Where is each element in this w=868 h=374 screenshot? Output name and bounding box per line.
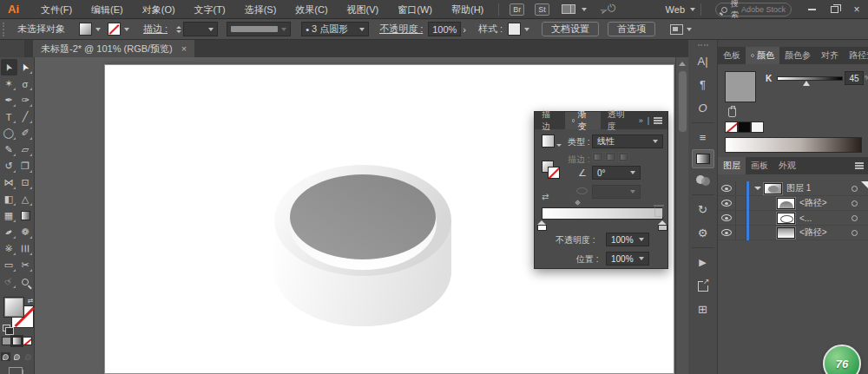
k-value-input[interactable]: 45 xyxy=(845,71,864,85)
workspace-switcher[interactable]: Web xyxy=(666,4,685,15)
tab-transparency[interactable]: 透明度 xyxy=(601,112,639,129)
tab-layers[interactable]: 图层 xyxy=(718,157,746,174)
vertical-scrollbar[interactable] xyxy=(675,57,688,374)
path-row[interactable]: <路径> xyxy=(718,196,868,211)
default-fill-stroke-icon[interactable] xyxy=(3,325,10,331)
stroke-link[interactable]: 描边 : xyxy=(143,23,168,36)
restore-button[interactable] xyxy=(823,0,845,19)
width-tool[interactable]: ⋈ xyxy=(1,174,17,191)
workspace-layout-icon[interactable] xyxy=(562,4,575,14)
gradient-tool[interactable] xyxy=(17,207,34,224)
screen-mode-button[interactable] xyxy=(11,370,23,374)
target-circle-icon[interactable] xyxy=(852,215,858,221)
paintbrush-tool[interactable]: ✐ xyxy=(17,125,34,141)
tab-swatches[interactable]: 色板 xyxy=(718,47,746,64)
color-button[interactable] xyxy=(2,337,11,345)
tab-color-guide[interactable]: 颜色参 xyxy=(779,47,816,64)
stroke-panel-icon[interactable]: ≡ xyxy=(692,126,714,149)
gradient-stop-end[interactable] xyxy=(658,220,667,231)
line-segment-tool[interactable]: ╱ xyxy=(17,108,34,125)
chevron-down-icon[interactable] xyxy=(124,28,129,31)
stop-opacity-select[interactable]: 100% xyxy=(606,233,649,246)
angle-select[interactable]: 0° xyxy=(592,166,641,180)
path-name[interactable]: <路径> xyxy=(799,197,827,209)
gradient-panel[interactable]: 描边 渐变 透明度 » | 类型 : 线性 描边 : xyxy=(534,111,668,269)
expand-arrow-icon[interactable] xyxy=(754,187,761,190)
layer-name[interactable]: 图层 1 xyxy=(786,182,811,194)
layer-row[interactable]: 图层 1 xyxy=(718,181,868,196)
scroll-up-icon[interactable] xyxy=(679,62,686,66)
lock-toggle[interactable] xyxy=(736,196,746,211)
drag-handle[interactable] xyxy=(698,44,708,46)
magic-wand-tool[interactable]: ✶ xyxy=(1,75,17,92)
tab-align[interactable]: 对齐 xyxy=(816,47,844,64)
chevron-down-icon[interactable] xyxy=(690,8,695,11)
panel-menu-icon[interactable] xyxy=(654,120,662,121)
scrollbar-thumb[interactable] xyxy=(679,71,687,132)
search-input[interactable]: 搜索 Adobe Stock xyxy=(715,3,792,16)
stroke-swatch[interactable] xyxy=(108,23,121,36)
chevron-down-icon[interactable] xyxy=(582,8,587,11)
tab-pathfinder[interactable]: 路径查 xyxy=(844,47,868,64)
pen-tool[interactable]: ✒ xyxy=(1,92,17,108)
fill-stroke-control[interactable]: ⇄ xyxy=(3,297,32,331)
minimize-button[interactable] xyxy=(800,0,823,19)
zoom-tool[interactable] xyxy=(17,273,34,290)
menu-object[interactable]: 对象(O) xyxy=(133,0,185,19)
menu-edit[interactable]: 编辑(E) xyxy=(82,0,133,19)
lock-toggle[interactable] xyxy=(736,226,746,240)
reverse-gradient-icon[interactable]: ⇄ xyxy=(542,192,549,201)
bridge-icon[interactable]: Br xyxy=(510,3,524,16)
menu-type[interactable]: 文字(T) xyxy=(185,0,235,19)
opacity-more-button[interactable]: › xyxy=(463,24,466,35)
current-color-swatch[interactable] xyxy=(725,71,756,102)
tab-artboards[interactable]: 画板 xyxy=(746,157,773,174)
visibility-toggle[interactable] xyxy=(718,181,736,196)
drag-handle[interactable] xyxy=(3,23,7,36)
path-row[interactable]: <路径> xyxy=(718,226,868,240)
visibility-toggle[interactable] xyxy=(718,211,736,226)
graphic-styles-panel-icon[interactable]: ⚙ xyxy=(692,221,714,245)
mini-fill-stroke[interactable] xyxy=(542,161,562,181)
rotate-tool[interactable]: ↺ xyxy=(1,158,17,174)
tab-stroke[interactable]: 描边 xyxy=(535,112,565,129)
gradient-slider[interactable] xyxy=(542,207,663,220)
gradient-type-select[interactable]: 线性 xyxy=(592,135,663,148)
perspective-grid-tool[interactable]: △ xyxy=(17,191,34,207)
arrange-icon[interactable] xyxy=(670,24,683,35)
stock-icon[interactable]: St xyxy=(535,3,549,16)
visibility-toggle[interactable] xyxy=(718,226,736,240)
opacity-input[interactable]: 100% xyxy=(428,22,461,36)
stroke-weight-select[interactable] xyxy=(183,22,218,36)
scale-tool[interactable]: ❐ xyxy=(17,158,34,174)
mini-stroke-none[interactable] xyxy=(548,167,560,179)
eraser-tool[interactable]: ▱ xyxy=(17,141,34,158)
export-panel-icon[interactable]: ↗ xyxy=(692,274,714,298)
preferences-button[interactable]: 首选项 xyxy=(608,22,655,36)
lock-toggle[interactable] xyxy=(736,211,746,226)
k-slider-handle[interactable] xyxy=(803,81,810,86)
curvature-tool[interactable]: ✑ xyxy=(17,92,34,108)
k-slider-track[interactable] xyxy=(777,76,843,81)
swap-fill-stroke-icon[interactable]: ⇄ xyxy=(28,297,34,305)
gradient-panel-icon[interactable] xyxy=(692,149,714,168)
free-transform-tool[interactable]: ⊡ xyxy=(17,174,34,191)
menu-effect[interactable]: 效果(C) xyxy=(286,0,337,19)
stop-location-select[interactable]: 100% xyxy=(606,252,649,266)
panel-menu-icon[interactable] xyxy=(855,165,864,167)
black-swatch[interactable] xyxy=(738,121,751,133)
stroke-weight-stepper[interactable] xyxy=(176,25,181,34)
slice-tool[interactable]: ✂ xyxy=(17,257,34,273)
target-circle-icon[interactable] xyxy=(852,186,858,192)
fill-gradient-indicator[interactable] xyxy=(3,297,24,318)
artboard-tool[interactable]: ▭ xyxy=(1,257,17,273)
menu-help[interactable]: 帮助(H) xyxy=(442,0,493,19)
selection-tool[interactable]: ➤ xyxy=(1,59,17,75)
paragraph-panel-icon[interactable]: ¶ xyxy=(692,73,714,96)
type-tool[interactable]: T xyxy=(1,108,17,125)
blend-tool[interactable]: ❁ xyxy=(17,224,34,240)
tab-appearance[interactable]: 外观 xyxy=(773,157,801,174)
draw-normal-mode[interactable] xyxy=(1,352,10,361)
direct-selection-tool[interactable]: ➤ xyxy=(17,59,34,75)
width-profile-select[interactable] xyxy=(227,22,291,36)
